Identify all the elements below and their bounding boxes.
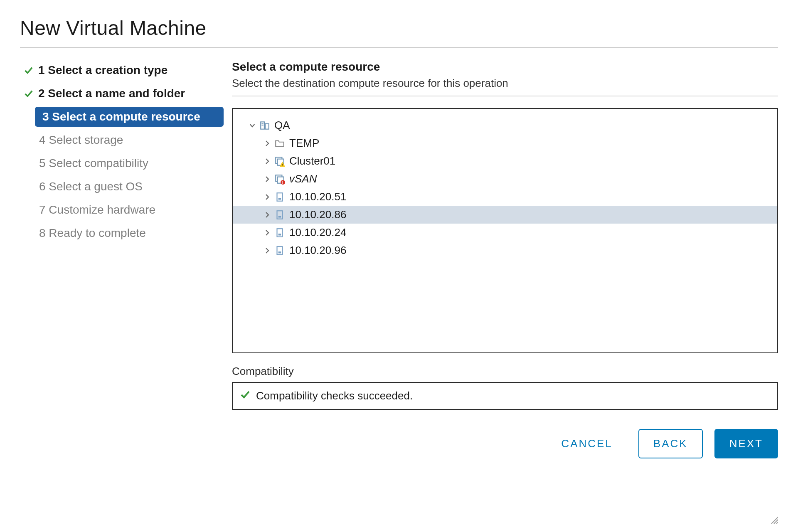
cluster-error-icon: ! <box>273 173 286 185</box>
host-icon <box>273 209 286 221</box>
chevron-right-icon[interactable] <box>261 211 273 219</box>
check-icon <box>240 389 256 402</box>
svg-rect-13 <box>278 198 281 200</box>
step-1[interactable]: 1 Select a creation type <box>20 60 224 80</box>
svg-rect-18 <box>277 246 283 255</box>
cluster-warning-icon: ! <box>273 155 286 167</box>
wizard-body: 1 Select a creation type 2 Select a name… <box>20 60 778 458</box>
tree-node-vsan[interactable]: ! vSAN <box>233 170 777 188</box>
tree-node-label: TEMP <box>289 137 319 150</box>
content-pane: Select a compute resource Select the des… <box>232 60 778 458</box>
tree-node-label: vSAN <box>289 172 317 185</box>
check-icon <box>24 66 38 75</box>
step-2[interactable]: 2 Select a name and folder <box>20 84 224 103</box>
wizard-title: New Virtual Machine <box>20 17 778 47</box>
step-nav: 1 Select a creation type 2 Select a name… <box>20 60 232 246</box>
cancel-button[interactable]: CANCEL <box>547 429 626 458</box>
compat-message: Compatibility checks succeeded. <box>256 389 413 402</box>
tree-node-host-51[interactable]: 10.10.20.51 <box>233 188 777 206</box>
divider <box>20 47 778 48</box>
chevron-right-icon[interactable] <box>261 175 273 183</box>
wizard-dialog: New Virtual Machine 1 Select a creation … <box>20 17 778 524</box>
pane-subheading: Select the destination compute resource … <box>232 77 778 96</box>
footer-buttons: CANCEL BACK NEXT <box>232 429 778 458</box>
svg-rect-15 <box>278 216 281 217</box>
step-3-active[interactable]: 3 Select a compute resource <box>35 107 224 127</box>
tree-node-host-86-selected[interactable]: 10.10.20.86 <box>233 206 777 224</box>
svg-text:!: ! <box>282 180 283 184</box>
tree-node-temp[interactable]: TEMP <box>233 134 777 152</box>
chevron-right-icon[interactable] <box>261 193 273 201</box>
step-4: 4 Select storage <box>20 130 224 150</box>
tree-node-label: QA <box>274 119 290 132</box>
step-8: 8 Ready to complete <box>20 223 224 243</box>
chevron-right-icon[interactable] <box>261 247 273 254</box>
step-5: 5 Select compatibility <box>20 153 224 173</box>
compat-box: Compatibility checks succeeded. <box>232 382 778 410</box>
tree-node-label: 10.10.20.24 <box>289 226 346 239</box>
step-label: 3 Select a compute resource <box>42 110 200 123</box>
chevron-down-icon[interactable] <box>246 122 259 129</box>
datacenter-icon <box>259 119 271 132</box>
host-icon <box>273 191 286 203</box>
chevron-right-icon[interactable] <box>261 140 273 147</box>
svg-rect-1 <box>265 123 269 129</box>
pane-heading: Select a compute resource <box>232 60 778 74</box>
tree-node-qa[interactable]: QA <box>233 116 777 134</box>
svg-rect-12 <box>277 193 283 201</box>
compat-section-label: Compatibility <box>232 365 778 378</box>
svg-rect-19 <box>278 251 281 253</box>
step-6: 6 Select a guest OS <box>20 177 224 197</box>
svg-rect-14 <box>277 211 283 219</box>
step-label: 4 Select storage <box>39 133 123 147</box>
step-7: 7 Customize hardware <box>20 200 224 220</box>
resource-tree[interactable]: QA TEMP <box>232 108 778 353</box>
tree-node-label: 10.10.20.86 <box>289 208 346 221</box>
step-label: 6 Select a guest OS <box>39 180 143 193</box>
resize-grip-icon[interactable] <box>769 515 778 524</box>
folder-icon <box>273 137 286 150</box>
svg-rect-17 <box>278 234 281 235</box>
tree-node-label: 10.10.20.51 <box>289 190 346 203</box>
svg-line-22 <box>776 522 778 524</box>
chevron-right-icon[interactable] <box>261 158 273 165</box>
tree-node-host-24[interactable]: 10.10.20.24 <box>233 224 777 241</box>
chevron-right-icon[interactable] <box>261 229 273 236</box>
svg-rect-16 <box>277 229 283 237</box>
back-button[interactable]: BACK <box>638 429 703 458</box>
host-icon <box>273 244 286 257</box>
step-label: 5 Select compatibility <box>39 157 148 170</box>
tree-node-host-96[interactable]: 10.10.20.96 <box>233 241 777 259</box>
step-label: 1 Select a creation type <box>38 64 167 77</box>
tree-node-label: 10.10.20.96 <box>289 244 346 257</box>
check-icon <box>24 89 38 98</box>
tree-node-cluster01[interactable]: ! Cluster01 <box>233 152 777 170</box>
svg-text:!: ! <box>282 162 283 166</box>
host-icon <box>273 227 286 239</box>
tree-node-label: Cluster01 <box>289 155 335 167</box>
step-label: 2 Select a name and folder <box>38 87 185 100</box>
step-label: 7 Customize hardware <box>39 203 155 217</box>
next-button[interactable]: NEXT <box>714 429 778 458</box>
step-label: 8 Ready to complete <box>39 227 146 240</box>
